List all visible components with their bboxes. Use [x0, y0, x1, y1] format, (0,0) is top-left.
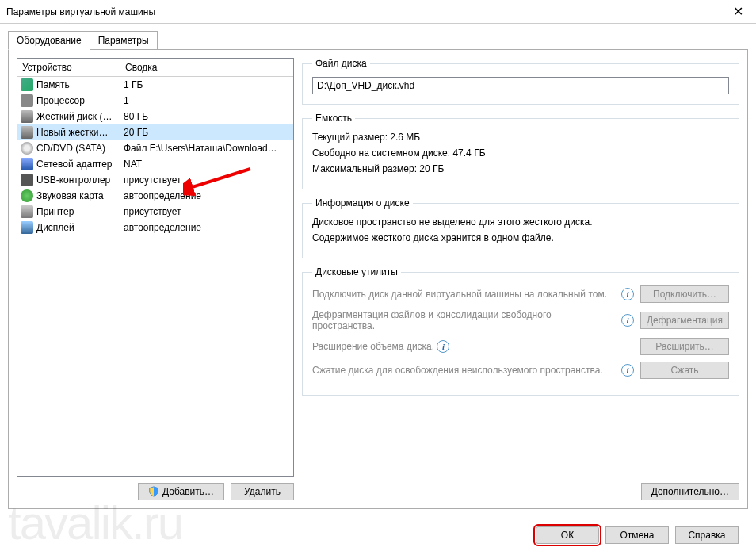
device-icon [21, 110, 33, 123]
device-icon [21, 94, 33, 107]
device-buttons: Добавить… Удалить [17, 483, 294, 500]
shield-icon [148, 486, 159, 497]
capacity-current: Текущий размер: 2.6 МБ [312, 132, 729, 143]
util-text: Сжатие диска для освобождения неиспользу… [312, 365, 615, 376]
capacity-group: Емкость Текущий размер: 2.6 МБ Свободно … [302, 113, 739, 189]
info-icon[interactable]: i [621, 314, 634, 327]
tab-options[interactable]: Параметры [90, 31, 158, 50]
add-label: Добавить… [162, 486, 214, 497]
device-summary: 1 ГБ [120, 79, 290, 90]
disk-info-2: Содержимое жесткого диска хранится в одн… [312, 232, 729, 243]
device-icon [21, 158, 33, 170]
util-row: Дефрагментация файлов и консолидации сво… [312, 309, 729, 331]
util-text: Дефрагментация файлов и консолидации сво… [312, 309, 615, 331]
device-row[interactable]: Жесткий диск (…80 ГБ [17, 109, 293, 124]
device-list: Устройство Сводка Память1 ГБПроцессор1Же… [17, 58, 294, 477]
device-row[interactable]: Принтерприсутствует [17, 204, 293, 220]
disk-file-input[interactable] [312, 77, 729, 94]
advanced-row: Дополнительно… [302, 483, 739, 500]
footer-buttons: ОК Отмена Справка [536, 526, 739, 544]
disk-info-1: Дисковое пространство не выделено для эт… [312, 216, 729, 228]
device-name: Сетевой адаптер [36, 159, 120, 170]
info-icon[interactable]: i [621, 288, 634, 300]
device-icon [21, 126, 33, 139]
cancel-button[interactable]: Отмена [605, 526, 669, 544]
disk-info-legend: Информация о диске [312, 197, 413, 209]
device-name: Память [36, 79, 120, 90]
remove-button[interactable]: Удалить [231, 483, 294, 500]
capacity-free: Свободно на системном диске: 47.4 ГБ [312, 147, 729, 159]
disk-utils-legend: Дисковые утилиты [312, 266, 401, 278]
device-name: USB-контроллер [36, 174, 120, 186]
device-name: Жесткий диск (… [36, 111, 120, 122]
info-icon[interactable]: i [437, 340, 449, 353]
device-summary: присутствует [120, 174, 290, 186]
device-name: Дисплей [36, 222, 120, 233]
device-summary: 80 ГБ [120, 111, 290, 122]
capacity-max: Максимальный размер: 20 ГБ [312, 163, 729, 174]
util-button[interactable]: Подключить… [640, 285, 729, 303]
device-summary: автоопределение [120, 190, 290, 201]
col-device[interactable]: Устройство [17, 59, 120, 76]
device-row[interactable]: CD/DVD (SATA)Файл F:\Users\Наташа\Downlo… [17, 140, 293, 156]
device-row[interactable]: Новый жестки…20 ГБ [17, 124, 293, 140]
device-icon [21, 221, 33, 234]
device-row[interactable]: USB-контроллерприсутствует [17, 172, 293, 188]
disk-info-group: Информация о диске Дисковое пространство… [302, 197, 739, 258]
device-row[interactable]: Память1 ГБ [17, 77, 293, 93]
device-name: Звуковая карта [36, 190, 120, 201]
device-summary: Файл F:\Users\Наташа\Download… [120, 143, 290, 154]
capacity-legend: Емкость [312, 113, 355, 124]
titlebar: Параметры виртуальной машины ✕ [0, 0, 756, 24]
util-text: Расширение объема диска. i [312, 340, 634, 353]
device-name: Принтер [36, 206, 120, 217]
util-button[interactable]: Сжать [640, 362, 729, 379]
device-row[interactable]: Дисплейавтоопределение [17, 220, 293, 235]
tab-hardware[interactable]: Оборудование [8, 31, 90, 50]
device-name: Новый жестки… [36, 127, 120, 138]
info-icon[interactable]: i [621, 364, 634, 377]
util-row: Сжатие диска для освобождения неиспользу… [312, 362, 729, 379]
device-summary: 20 ГБ [120, 127, 290, 138]
device-icon [21, 189, 33, 202]
util-text: Подключить диск данной виртуальной машин… [312, 289, 615, 300]
device-row[interactable]: Процессор1 [17, 93, 293, 109]
help-button[interactable]: Справка [675, 526, 739, 544]
close-button[interactable]: ✕ [720, 0, 756, 23]
ok-button[interactable]: ОК [536, 526, 599, 544]
window-title: Параметры виртуальной машины [6, 6, 720, 17]
device-icon [21, 142, 33, 155]
util-button[interactable]: Расширить… [640, 338, 729, 355]
advanced-button[interactable]: Дополнительно… [641, 483, 739, 500]
util-row: Расширение объема диска. iРасширить… [312, 338, 729, 355]
device-icon [21, 78, 33, 91]
disk-utils-group: Дисковые утилиты Подключить диск данной … [302, 266, 739, 396]
left-pane: Устройство Сводка Память1 ГБПроцессор1Же… [17, 58, 294, 500]
device-summary: NAT [120, 159, 290, 170]
util-button[interactable]: Дефрагментация [640, 312, 729, 329]
device-name: CD/DVD (SATA) [36, 143, 120, 154]
tabs: Оборудование Параметры [0, 30, 756, 49]
right-pane: Файл диска Емкость Текущий размер: 2.6 М… [302, 58, 739, 500]
device-header: Устройство Сводка [17, 59, 293, 77]
device-name: Процессор [36, 95, 120, 106]
device-row[interactable]: Звуковая картаавтоопределение [17, 188, 293, 204]
device-row[interactable]: Сетевой адаптерNAT [17, 156, 293, 172]
add-button[interactable]: Добавить… [138, 483, 224, 500]
device-icon [21, 174, 33, 186]
util-row: Подключить диск данной виртуальной машин… [312, 285, 729, 303]
device-summary: автоопределение [120, 222, 290, 233]
col-summary[interactable]: Сводка [120, 59, 293, 76]
device-icon [21, 205, 33, 218]
disk-file-legend: Файл диска [312, 58, 370, 69]
disk-file-group: Файл диска [302, 58, 739, 105]
device-summary: 1 [120, 95, 290, 106]
tab-panel: Устройство Сводка Память1 ГБПроцессор1Же… [8, 49, 748, 509]
device-summary: присутствует [120, 206, 290, 217]
